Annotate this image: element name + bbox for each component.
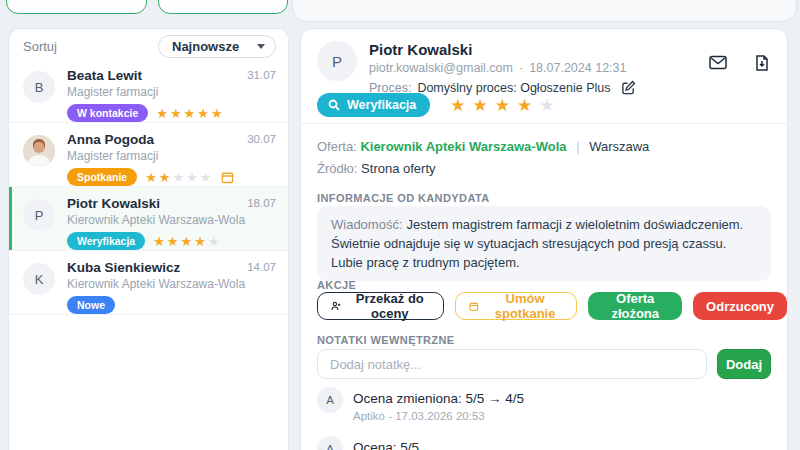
candidate-detail-panel: P Piotr Kowalski piotr.kowalski@gmail.co… xyxy=(300,28,788,450)
candidate-subtitle: Magister farmacji xyxy=(67,149,276,164)
candidate-name: Beata Lewit xyxy=(67,68,276,83)
avatar: K xyxy=(23,263,55,295)
candidate-date: 31.07 xyxy=(247,69,276,81)
section-title-notes: NOTATKI WEWNĘTRZNE xyxy=(317,334,455,346)
rejected-button[interactable]: Odrzucony xyxy=(693,292,787,320)
activity-text: Ocena: 5/5 xyxy=(353,436,419,450)
candidate-name: Anna Pogoda xyxy=(67,132,276,147)
divider xyxy=(301,123,787,124)
activity-meta: Aptiko - 17.03.2026 20:53 xyxy=(353,410,524,422)
candidate-row-kuba-sienkiewicz[interactable]: K Kuba Sienkiewicz Kierownik Apteki Wars… xyxy=(9,251,288,315)
candidate-subtitle: Magister farmacji xyxy=(67,85,276,100)
rating-stars: ★★★★★ xyxy=(145,171,213,184)
source-value: Strona oferty xyxy=(361,161,435,176)
offer-city: Warszawa xyxy=(589,139,649,154)
top-cutoff-button-1[interactable] xyxy=(6,0,147,14)
status-badge: Nowe xyxy=(67,296,115,314)
status-badge: Spotkanie xyxy=(67,168,137,186)
sort-dropdown-value: Najnowsze xyxy=(172,39,239,54)
candidate-email: piotr.kowalski@gmail.com xyxy=(369,61,513,75)
status-badge: W kontakcie xyxy=(67,104,148,122)
candidate-message-box: Wiadomość:Jestem magistrem farmacji z wi… xyxy=(317,206,771,281)
search-icon xyxy=(328,99,340,111)
candidate-row-anna-pogoda[interactable]: Anna Pogoda Magister farmacji 30.07 Spot… xyxy=(9,123,288,187)
separator-dot: · xyxy=(519,61,523,75)
activity-text: Ocena zmieniona: 5/5 → 4/5 xyxy=(353,387,524,406)
candidate-date: 14.07 xyxy=(247,261,276,273)
forward-to-review-button[interactable]: Przekaż do oceny xyxy=(317,292,444,320)
avatar: B xyxy=(23,71,55,103)
email-icon[interactable] xyxy=(709,55,727,71)
calendar-icon xyxy=(221,171,234,184)
candidate-date: 30.07 xyxy=(247,133,276,145)
source-label: Źródło: xyxy=(317,161,357,176)
section-title-actions: AKCJE xyxy=(317,279,356,291)
sort-bar: Sortuj Najnowsze xyxy=(9,29,288,59)
message-label: Wiadomość: xyxy=(331,217,403,232)
avatar: P xyxy=(317,41,357,81)
candidate-name: Kuba Sienkiewicz xyxy=(67,260,276,275)
edit-icon[interactable] xyxy=(621,80,636,95)
candidate-photo xyxy=(23,135,55,167)
avatar: P xyxy=(23,199,55,231)
activity-entry: A Ocena: 5/5 xyxy=(317,436,771,450)
candidate-name: Piotr Kowalski xyxy=(369,41,636,58)
sort-label: Sortuj xyxy=(23,39,57,54)
application-datetime: 18.07.2024 12:31 xyxy=(529,61,626,75)
note-input[interactable] xyxy=(317,349,707,379)
calendar-icon xyxy=(469,300,479,313)
cv-document-icon[interactable] xyxy=(755,55,769,71)
pipe-separator: | xyxy=(576,139,579,154)
sort-dropdown[interactable]: Najnowsze xyxy=(158,35,276,58)
candidate-date: 18.07 xyxy=(247,197,276,209)
candidate-subtitle: Kierownik Apteki Warszawa-Wola xyxy=(67,213,276,228)
status-badge: Weryfikacja xyxy=(67,232,145,250)
schedule-meeting-button[interactable]: Umów spotkanie xyxy=(455,292,577,320)
person-plus-icon xyxy=(331,299,341,313)
section-title-candidate-info: INFORMACJE OD KANDYDATA xyxy=(317,192,490,204)
candidate-row-piotr-kowalski[interactable]: P Piotr Kowalski Kierownik Apteki Warsza… xyxy=(9,187,288,251)
chevron-down-icon xyxy=(257,44,265,49)
top-cutoff-button-2[interactable] xyxy=(158,0,288,14)
candidate-subtitle: Kierownik Apteki Warszawa-Wola xyxy=(67,277,276,292)
activity-log: A Ocena zmieniona: 5/5 → 4/5 Aptiko - 17… xyxy=(317,387,771,450)
add-note-button[interactable]: Dodaj xyxy=(717,349,771,379)
candidate-list-panel: Sortuj Najnowsze B Beata Lewit Magister … xyxy=(8,28,289,450)
status-pill[interactable]: Weryfikacja xyxy=(317,93,430,117)
activity-entry: A Ocena zmieniona: 5/5 → 4/5 Aptiko - 17… xyxy=(317,387,771,422)
candidate-row-beata-lewit[interactable]: B Beata Lewit Magister farmacji 31.07 W … xyxy=(9,59,288,123)
offer-label: Oferta: xyxy=(317,139,357,154)
rating-stars[interactable]: ★★★★★ xyxy=(450,95,561,116)
rating-stars: ★★★★★ xyxy=(156,107,224,120)
candidate-name: Piotr Kowalski xyxy=(67,196,276,211)
avatar: A xyxy=(317,387,343,413)
rating-stars: ★★★★★ xyxy=(153,235,221,248)
top-cutoff-panel xyxy=(292,0,797,22)
avatar: A xyxy=(317,436,343,450)
offer-link[interactable]: Kierownik Apteki Warszawa-Wola xyxy=(360,139,566,154)
offer-made-button[interactable]: Oferta złożona xyxy=(588,292,682,320)
